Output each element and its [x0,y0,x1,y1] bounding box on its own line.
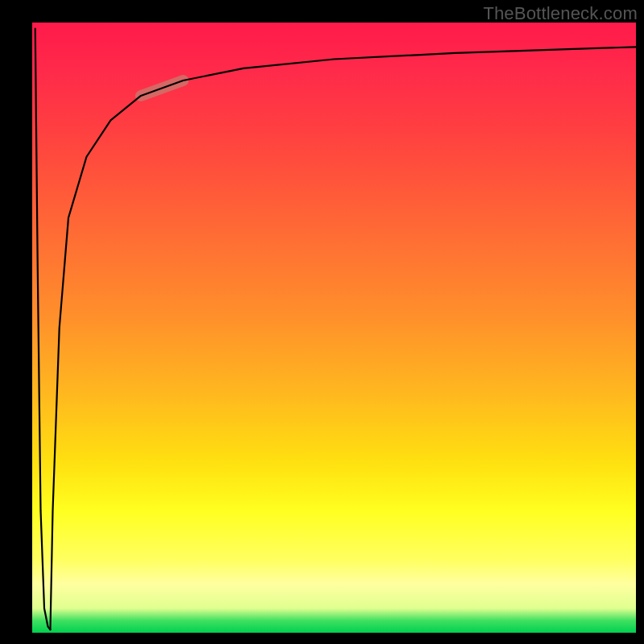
chart-container: TheBottleneck.com [0,0,644,644]
curve-log-rise [51,47,637,630]
curve-dip [35,29,51,630]
attribution-text: TheBottleneck.com [483,3,638,24]
plot-area [32,23,636,633]
curve-layer [32,23,636,633]
